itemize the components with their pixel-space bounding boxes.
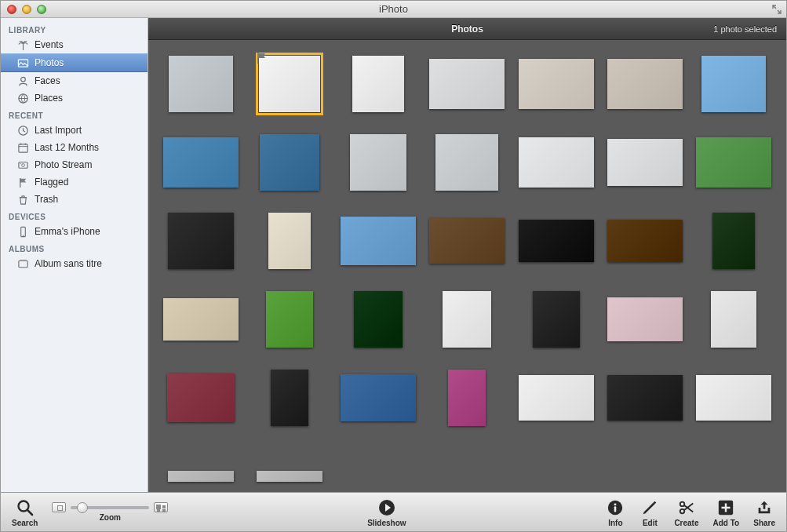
sidebar-item-label: Emma's iPhone <box>35 226 100 237</box>
photo-thumbnail[interactable] <box>607 291 683 348</box>
photo-thumbnail[interactable] <box>252 56 327 112</box>
sidebar-item-faces[interactable]: Faces <box>1 72 148 89</box>
photo-thumbnail[interactable] <box>429 370 505 426</box>
search-button[interactable]: Search <box>12 497 38 527</box>
photo-thumbnail[interactable] <box>341 291 416 348</box>
photo-thumbnail[interactable] <box>163 213 239 269</box>
search-icon <box>15 497 35 518</box>
sidebar-item-photos[interactable]: Photos <box>1 53 148 72</box>
photo-thumbnail[interactable] <box>429 56 505 112</box>
photo-thumbnail[interactable] <box>252 448 327 492</box>
globe-icon <box>16 92 29 104</box>
edit-button[interactable]: Edit <box>639 497 660 527</box>
plus-icon <box>716 497 736 518</box>
add-to-button[interactable]: Add To <box>713 497 740 527</box>
photo-thumbnail[interactable] <box>252 291 327 348</box>
sidebar-item-trash[interactable]: Trash <box>1 191 148 208</box>
sidebar-item-events[interactable]: Events <box>1 36 148 53</box>
photo-thumbnail[interactable] <box>696 213 771 269</box>
photo-thumbnail[interactable] <box>696 56 771 112</box>
photo-thumbnail[interactable] <box>607 134 683 191</box>
content-title: Photos <box>148 24 786 35</box>
titlebar: iPhoto <box>1 1 786 18</box>
photo-thumbnail[interactable] <box>163 134 239 191</box>
zoom-window-button[interactable] <box>37 5 46 14</box>
flag-badge-icon <box>257 53 268 64</box>
zoom-min-icon[interactable] <box>52 502 66 512</box>
sidebar-item-label: Places <box>35 93 63 104</box>
svg-point-12 <box>22 235 24 236</box>
minimize-window-button[interactable] <box>22 5 31 14</box>
share-button[interactable]: Share <box>753 497 775 527</box>
trash-icon <box>16 193 29 206</box>
play-icon <box>377 497 397 518</box>
svg-rect-14 <box>20 259 26 260</box>
bottom-toolbar: Search Zoom Slideshow Info Edit <box>1 492 786 531</box>
album-icon <box>16 257 29 270</box>
photo-thumbnail[interactable] <box>519 134 594 191</box>
photo-grid[interactable] <box>148 40 786 492</box>
sidebar-item-emma-s-iphone[interactable]: Emma's iPhone <box>1 223 148 240</box>
photo-thumbnail[interactable] <box>429 134 505 191</box>
svg-line-16 <box>27 510 32 515</box>
photo-thumbnail[interactable] <box>607 370 683 426</box>
photo-thumbnail[interactable] <box>607 213 683 269</box>
sidebar-item-label: Photos <box>35 57 64 68</box>
stream-icon <box>16 159 29 171</box>
sidebar-item-flagged[interactable]: Flagged <box>1 173 148 191</box>
photo-thumbnail[interactable] <box>429 213 505 269</box>
pencil-icon <box>639 497 660 518</box>
photo-thumbnail[interactable] <box>252 134 327 191</box>
content-area: Photos 1 photo selected <box>148 18 786 492</box>
slideshow-button[interactable]: Slideshow <box>367 497 406 527</box>
svg-rect-8 <box>18 162 27 168</box>
zoom-max-icon[interactable] <box>154 502 168 512</box>
fullscreen-icon[interactable] <box>771 3 783 16</box>
photo-thumbnail[interactable] <box>519 370 594 426</box>
palm-icon <box>16 38 29 51</box>
photo-thumbnail[interactable] <box>163 291 239 348</box>
calendar-icon <box>16 141 29 154</box>
clock-icon <box>16 124 29 137</box>
photo-thumbnail[interactable] <box>696 291 771 348</box>
sidebar: LIBRARYEventsPhotosFacesPlacesRECENTLast… <box>1 18 148 492</box>
sidebar-item-photo-stream[interactable]: Photo Stream <box>1 156 148 173</box>
photo-thumbnail[interactable] <box>519 291 594 348</box>
photo-thumbnail[interactable] <box>696 370 771 426</box>
svg-rect-20 <box>614 506 617 512</box>
flag-icon <box>16 176 29 188</box>
photo-thumbnail[interactable] <box>429 291 505 348</box>
photo-thumbnail[interactable] <box>163 448 239 492</box>
info-button[interactable]: Info <box>605 497 625 527</box>
photo-thumbnail[interactable] <box>519 213 594 269</box>
sidebar-item-label: Last 12 Months <box>35 142 99 153</box>
create-label: Create <box>674 519 698 527</box>
zoom-slider-thumb[interactable] <box>77 502 88 513</box>
zoom-label: Zoom <box>100 513 121 522</box>
zoom-slider[interactable] <box>71 506 149 509</box>
sidebar-item-last-12-months[interactable]: Last 12 Months <box>1 139 148 156</box>
photo-thumbnail[interactable] <box>607 56 683 112</box>
photo-thumbnail[interactable] <box>252 213 327 269</box>
photo-thumbnail[interactable] <box>341 56 416 112</box>
add-to-label: Add To <box>713 519 740 527</box>
sidebar-item-album-sans-titre[interactable]: Album sans titre <box>1 255 148 272</box>
photo-thumbnail[interactable] <box>163 370 239 426</box>
photo-thumbnail[interactable] <box>252 370 327 426</box>
photo-thumbnail[interactable] <box>341 370 416 426</box>
sidebar-item-label: Album sans titre <box>35 258 102 269</box>
photo-thumbnail[interactable] <box>519 56 594 112</box>
photo-thumbnail[interactable] <box>341 213 416 269</box>
scissors-icon <box>676 497 697 518</box>
create-button[interactable]: Create <box>674 497 698 527</box>
sidebar-item-places[interactable]: Places <box>1 89 148 107</box>
photo-thumbnail[interactable] <box>163 56 239 112</box>
sidebar-item-label: Events <box>35 39 64 50</box>
sidebar-item-last-import[interactable]: Last Import <box>1 122 148 139</box>
share-label: Share <box>753 519 775 527</box>
sidebar-section-header: RECENT <box>1 107 148 122</box>
photo-thumbnail[interactable] <box>696 134 771 191</box>
close-window-button[interactable] <box>7 5 16 14</box>
photo-thumbnail[interactable] <box>341 134 416 191</box>
sidebar-item-label: Photo Stream <box>35 159 92 170</box>
